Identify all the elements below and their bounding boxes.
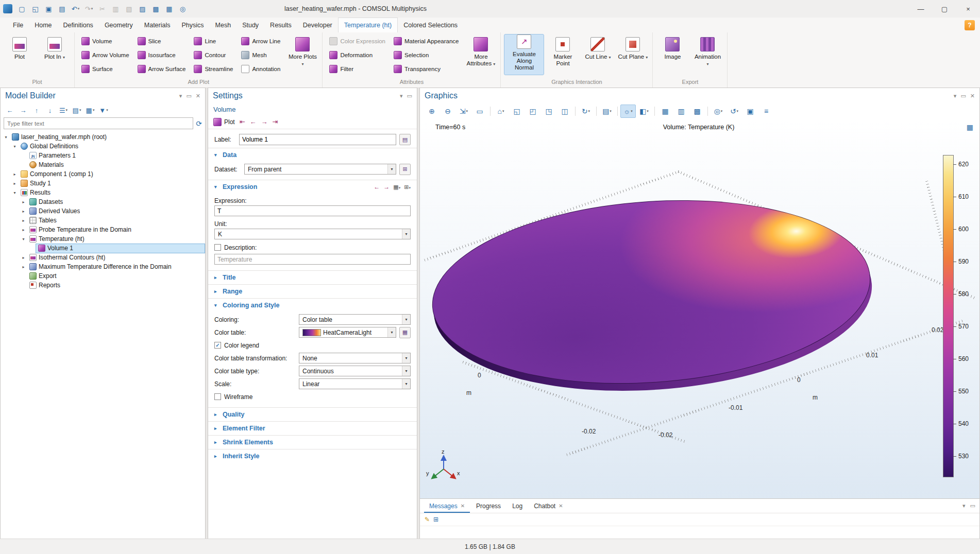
section-element-filter-header[interactable]: ▸Element Filter — [214, 422, 411, 435]
scene-light-button[interactable]: ☼▾ — [620, 105, 636, 118]
add-line-button[interactable]: Line — [190, 35, 236, 47]
columns-button[interactable]: ▦▾ — [84, 105, 96, 116]
edit-color-table-button[interactable]: ▦ — [399, 327, 411, 338]
section-inherit-style-header[interactable]: ▸Inherit Style — [214, 449, 411, 463]
section-coloring-header[interactable]: ▾Coloring and Style — [214, 299, 411, 312]
tree-item-max-temp-difference[interactable]: ▸Maximum Temperature Difference in the D… — [1, 262, 205, 271]
tab-progress[interactable]: Progress — [471, 499, 506, 513]
close-panel-icon[interactable]: ✕ — [970, 93, 975, 99]
plot-previous-button[interactable]: ← — [250, 118, 257, 126]
add-streamline-button[interactable]: Streamline — [190, 63, 236, 75]
reset-orientation-button[interactable]: ↺▾ — [726, 105, 742, 118]
add-annotation-button[interactable]: Annotation — [238, 63, 284, 75]
cut-line-button[interactable]: Cut Line ▾ — [581, 34, 614, 79]
panel-menu-icon[interactable]: ▾ — [400, 93, 403, 99]
add-arrow-surface-button[interactable]: Arrow Surface — [134, 63, 190, 75]
save-button[interactable]: ▣ — [42, 3, 55, 15]
tree-item-volume-1[interactable]: Volume 1 — [1, 244, 205, 253]
add-volume-button[interactable]: Volume — [78, 35, 133, 47]
show-axes-button[interactable]: ▩ — [689, 105, 705, 118]
transparency-button[interactable]: Transparency — [390, 63, 462, 75]
node-text-button[interactable]: ▤▾ — [71, 105, 83, 116]
expand-arrow[interactable]: ▸ — [20, 218, 27, 223]
section-quality-header[interactable]: ▸Quality — [214, 408, 411, 421]
tab-developer[interactable]: Developer — [297, 18, 338, 32]
add-mesh-button[interactable]: Mesh — [238, 49, 284, 61]
tab-study[interactable]: Study — [236, 18, 264, 32]
reset-desktop-button[interactable]: ▦ — [163, 3, 176, 15]
color-table-type-select[interactable]: Continuous▾ — [299, 366, 411, 376]
expand-arrow[interactable]: ▸ — [20, 200, 27, 204]
expand-arrow[interactable]: ▸ — [11, 172, 18, 177]
undock-panel-icon[interactable]: ▭ — [407, 93, 412, 99]
tree-item-component-1[interactable]: ▸Component 1 (comp 1) — [1, 169, 205, 179]
forward-button[interactable]: → — [17, 105, 29, 116]
graphics-scene[interactable]: Time=60 s Volume: Temperature (K) ▦ 0 m … — [420, 119, 979, 499]
add-dataset-button[interactable]: ⊞ — [399, 164, 411, 175]
add-surface-button[interactable]: Surface — [78, 63, 133, 75]
next-expression-button[interactable]: → — [383, 183, 390, 191]
snapshot-button[interactable]: ▣ — [742, 105, 758, 118]
tab-messages[interactable]: Messages✕ — [424, 499, 470, 513]
tree-item-tables[interactable]: ▸Tables — [1, 216, 205, 225]
view-yz-button[interactable]: ◰ — [525, 105, 540, 118]
plot-toolbar-icon[interactable]: ▦ — [967, 123, 973, 131]
expand-arrow[interactable]: ▾ — [11, 191, 18, 195]
section-title-header[interactable]: ▸Title — [214, 271, 411, 284]
tree-item-derived-values[interactable]: ▸Derived Values — [1, 206, 205, 216]
tree-item-export[interactable]: Export — [1, 271, 205, 281]
print-button-graphics[interactable]: ≡ — [758, 105, 774, 118]
selection-button[interactable]: Selection — [390, 49, 462, 61]
show-grid-button[interactable]: ▦ — [657, 105, 673, 118]
mirror-view-button[interactable]: ◫ — [557, 105, 572, 118]
label-input[interactable] — [239, 134, 396, 145]
tree-item-root[interactable]: ▾laser_heating_wafer.mph (root) — [1, 132, 205, 142]
expression-input[interactable] — [214, 205, 411, 216]
section-expression-header[interactable]: ▾Expression ← → ▦▾ ⊞▾ — [214, 180, 411, 194]
tree-filter-button[interactable]: ▼▾ — [97, 105, 110, 116]
marker-point-button[interactable]: Marker Point — [546, 34, 579, 79]
go-to-default-view-button[interactable]: ⌂▾ — [493, 105, 509, 118]
cut-button[interactable]: ✂ — [96, 3, 109, 15]
close-panel-icon[interactable]: ✕ — [196, 93, 200, 99]
clear-messages-button[interactable]: ✎ — [425, 516, 430, 523]
material-appearance-button[interactable]: Material Appearance — [390, 35, 462, 47]
previous-expression-button[interactable]: ← — [374, 183, 380, 191]
description-input[interactable] — [214, 254, 411, 265]
insert-expression-button[interactable]: ⊞▾ — [404, 184, 411, 191]
cut-plane-button[interactable]: Cut Plane ▾ — [616, 34, 649, 79]
copy-messages-button[interactable]: ⊞ — [433, 516, 438, 523]
scale-select[interactable]: Linear▾ — [299, 378, 411, 389]
tree-item-study-1[interactable]: ▸Study 1 — [1, 179, 205, 188]
tab-home[interactable]: Home — [29, 18, 57, 32]
environment-button[interactable]: ◎▾ — [711, 105, 726, 118]
back-button[interactable]: ← — [4, 105, 16, 116]
undock-panel-icon[interactable]: ▭ — [960, 93, 966, 99]
search-button[interactable]: ◎ — [176, 3, 189, 15]
plot-button[interactable]: Plot — [3, 34, 36, 79]
section-shrink-elements-header[interactable]: ▸Shrink Elements — [214, 436, 411, 449]
expand-arrow[interactable]: ▸ — [20, 228, 27, 232]
tree-item-global-definitions[interactable]: ▾Global Definitions — [1, 142, 205, 151]
zoom-out-button[interactable]: ⊖ — [440, 105, 455, 118]
new-file-button[interactable]: ▢ — [15, 3, 28, 15]
expand-arrow[interactable]: ▸ — [20, 209, 27, 214]
undo-button[interactable]: ↶▾ — [69, 3, 82, 15]
tree-item-results[interactable]: ▾Results — [1, 188, 205, 197]
panel-menu-icon[interactable]: ▾ — [954, 93, 957, 99]
color-table-select[interactable]: HeatCameraLight▾ — [299, 327, 396, 338]
panel-menu-icon[interactable]: ▾ — [179, 93, 182, 99]
copy-button[interactable]: ▥ — [109, 3, 122, 15]
tab-file[interactable]: File — [7, 18, 29, 32]
tree-item-materials[interactable]: Materials — [1, 160, 205, 169]
filter-input[interactable] — [4, 117, 193, 129]
settings-plot-button[interactable]: Plot — [213, 118, 235, 126]
refresh-icon[interactable]: ⟳ — [196, 119, 202, 128]
close-tab-icon[interactable]: ✕ — [461, 503, 465, 509]
help-button[interactable]: ? — [965, 20, 975, 30]
section-range-header[interactable]: ▸Range — [214, 285, 411, 298]
move-up-button[interactable]: ↑ — [30, 105, 43, 116]
plot-in-button[interactable]: Plot In ▾ — [38, 34, 71, 79]
color-table-transformation-select[interactable]: None▾ — [299, 353, 411, 363]
move-down-button[interactable]: ↓ — [44, 105, 56, 116]
